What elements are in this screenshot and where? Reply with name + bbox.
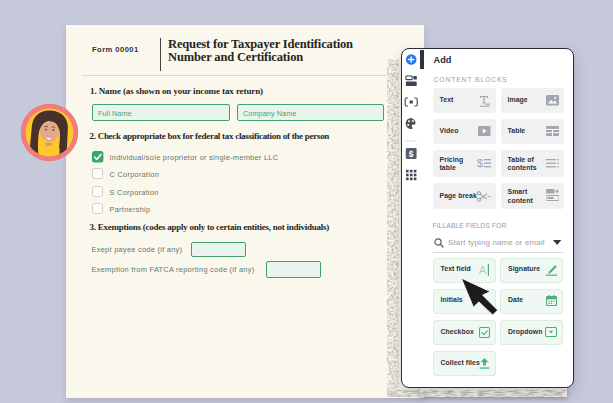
svg-text:$: $ bbox=[477, 158, 483, 169]
svg-text:$: $ bbox=[409, 149, 414, 159]
